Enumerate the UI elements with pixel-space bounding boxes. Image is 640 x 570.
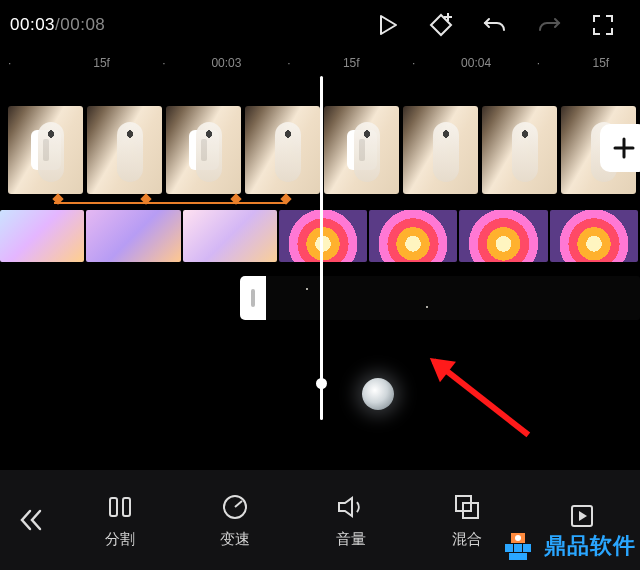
blend-icon — [452, 492, 482, 522]
volume-icon — [335, 492, 367, 522]
ruler-tick: · — [258, 56, 320, 70]
ruler-mark: 15f — [70, 56, 132, 70]
svg-rect-13 — [514, 544, 522, 552]
overlay-track[interactable] — [240, 276, 640, 320]
video-clip[interactable] — [8, 106, 83, 194]
redo-button[interactable] — [522, 3, 576, 47]
split-icon — [105, 492, 135, 522]
speed-icon — [220, 492, 250, 522]
ruler-tick: · — [382, 56, 444, 70]
playhead[interactable] — [320, 76, 323, 420]
ruler-mark: 15f — [320, 56, 382, 70]
video-clip[interactable] — [87, 106, 162, 194]
video-clip[interactable] — [245, 106, 320, 194]
current-time: 00:03 — [10, 15, 55, 34]
ruler-mark: 15f — [570, 56, 632, 70]
tool-speed[interactable]: 变速 — [178, 470, 294, 570]
add-clip-button[interactable] — [600, 124, 640, 172]
svg-rect-5 — [110, 498, 117, 516]
tool-label: 音量 — [336, 530, 366, 549]
tool-label: 混合 — [452, 530, 482, 549]
effect-clip[interactable] — [183, 210, 277, 262]
effect-clip[interactable] — [459, 210, 547, 262]
svg-rect-14 — [523, 544, 531, 552]
ruler-tick: · — [8, 56, 70, 70]
effect-clip[interactable] — [0, 210, 84, 262]
time-display: 00:03/00:08 — [10, 15, 105, 35]
undo-button[interactable] — [468, 3, 522, 47]
tool-split[interactable]: 分割 — [62, 470, 178, 570]
video-clip[interactable] — [403, 106, 478, 194]
tool-label: 分割 — [105, 530, 135, 549]
effect-clip[interactable] — [86, 210, 180, 262]
svg-rect-12 — [505, 544, 513, 552]
video-clip[interactable] — [482, 106, 557, 194]
play-button[interactable] — [360, 3, 414, 47]
total-time: 00:08 — [60, 15, 105, 34]
ruler-tick: · — [507, 56, 569, 70]
watermark: 鼎品软件 — [498, 526, 636, 566]
effect-clip[interactable] — [550, 210, 638, 262]
tool-volume[interactable]: 音量 — [293, 470, 409, 570]
add-keyframe-button[interactable] — [414, 3, 468, 47]
svg-rect-15 — [509, 553, 527, 560]
effect-clip[interactable] — [369, 210, 457, 262]
video-clip[interactable] — [166, 106, 241, 194]
svg-point-17 — [515, 535, 521, 541]
ruler-tick: · — [133, 56, 195, 70]
touch-indicator-icon — [362, 378, 394, 410]
ruler-mark: 00:03 — [195, 56, 257, 70]
timeline[interactable] — [0, 76, 640, 420]
annotation-arrow-icon — [411, 335, 560, 467]
ruler-mark: 00:04 — [445, 56, 507, 70]
tool-label: 变速 — [220, 530, 250, 549]
svg-line-8 — [235, 501, 242, 507]
back-button[interactable] — [0, 470, 62, 570]
watermark-icon — [498, 526, 538, 566]
timeline-ruler[interactable]: · 15f · 00:03 · 15f · 00:04 · 15f — [0, 50, 640, 76]
video-clip[interactable] — [324, 106, 399, 194]
svg-rect-6 — [123, 498, 130, 516]
watermark-text: 鼎品软件 — [544, 531, 636, 561]
clip-handle[interactable] — [240, 276, 266, 320]
fullscreen-button[interactable] — [576, 3, 630, 47]
